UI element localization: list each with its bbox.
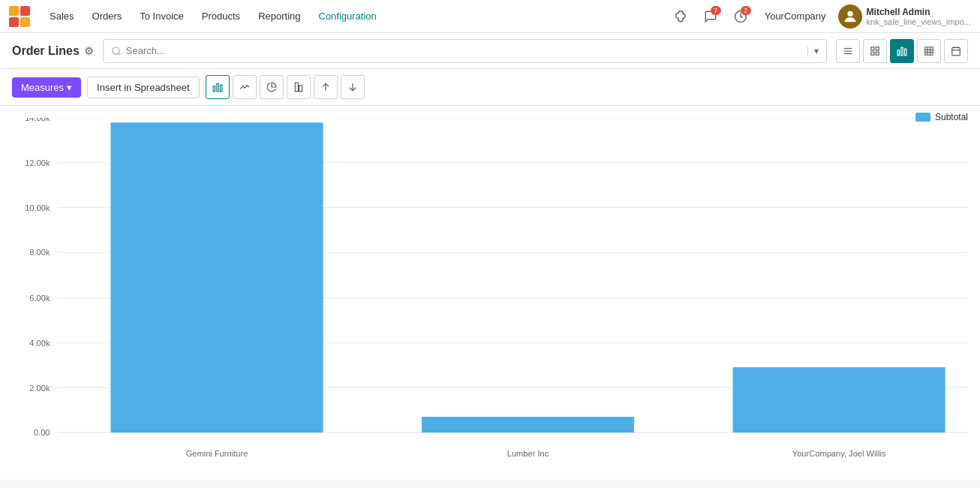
nav-reporting[interactable]: Reporting [251, 6, 308, 26]
user-name: Mitchell Admin [867, 7, 971, 17]
search-input[interactable] [126, 45, 803, 56]
legend-label: Subtotal [935, 112, 968, 122]
measures-label: Measures [21, 82, 64, 93]
svg-text:8.00k: 8.00k [29, 248, 50, 257]
nav-right: 7 2 YourCompany Mitchell Admin knk_sale_… [669, 5, 971, 29]
toolbar: Measures ▾ Insert in Spreadsheet [0, 69, 980, 106]
nav-configuration[interactable]: Configuration [311, 6, 384, 26]
bar-yourcompany[interactable] [733, 367, 945, 432]
svg-rect-23 [952, 47, 960, 56]
legend-color-box [915, 113, 930, 122]
svg-rect-16 [901, 47, 903, 56]
view-controls [836, 39, 968, 63]
svg-rect-31 [299, 86, 302, 92]
user-menu[interactable]: Mitchell Admin knk_sale_line_views_impo.… [838, 5, 971, 29]
measures-chevron: ▾ [67, 82, 72, 93]
svg-line-7 [119, 53, 121, 55]
messages-icon-btn[interactable]: 7 [699, 5, 723, 29]
chart-type-buttons [206, 75, 365, 99]
messages-badge: 7 [711, 6, 721, 15]
pie-chart-btn[interactable] [260, 75, 284, 99]
svg-text:14.00k: 14.00k [25, 118, 50, 122]
svg-rect-14 [876, 52, 879, 55]
bar-gemini[interactable] [110, 122, 323, 432]
app-logo[interactable] [9, 6, 30, 27]
page-title-text: Order Lines [12, 44, 80, 58]
search-bar[interactable]: ▾ [103, 39, 827, 63]
activity-icon-btn[interactable]: 2 [729, 5, 753, 29]
nav-sales[interactable]: Sales [42, 6, 82, 26]
user-info: Mitchell Admin knk_sale_line_views_impo.… [867, 7, 971, 26]
svg-rect-0 [9, 6, 19, 16]
nav-products[interactable]: Products [194, 6, 248, 26]
insert-spreadsheet-button[interactable]: Insert in Spreadsheet [87, 77, 200, 98]
activity-badge: 2 [741, 6, 751, 15]
measures-button[interactable]: Measures ▾ [12, 77, 81, 98]
chart-view-btn[interactable] [890, 39, 914, 63]
svg-text:4.00k: 4.00k [29, 339, 50, 348]
avatar [838, 5, 862, 29]
svg-text:6.00k: 6.00k [29, 294, 50, 303]
line-chart-btn[interactable] [233, 75, 257, 99]
svg-rect-18 [925, 47, 933, 55]
bar-chart-btn[interactable] [206, 75, 230, 99]
svg-text:2.00k: 2.00k [29, 383, 50, 392]
nav-to-invoice[interactable]: To Invoice [132, 6, 191, 26]
svg-point-6 [113, 47, 119, 53]
sub-header: Order Lines ⚙ ▾ [0, 33, 980, 69]
svg-rect-29 [220, 85, 221, 92]
svg-text:Lumber Inc: Lumber Inc [507, 448, 549, 457]
sort-asc-btn[interactable] [314, 75, 338, 99]
list-view-btn[interactable] [836, 39, 860, 63]
svg-point-5 [847, 11, 852, 16]
settings-icon[interactable]: ⚙ [84, 45, 94, 57]
svg-text:Gemini Furniture: Gemini Furniture [186, 448, 248, 457]
chart-legend: Subtotal [915, 112, 968, 122]
svg-rect-1 [20, 6, 30, 16]
nav-orders[interactable]: Orders [85, 6, 130, 26]
svg-rect-28 [216, 83, 218, 92]
kanban-view-btn[interactable] [863, 39, 887, 63]
sort-desc-btn[interactable] [341, 75, 365, 99]
bar-lumber[interactable] [422, 417, 634, 432]
svg-rect-27 [213, 86, 215, 92]
top-nav: Sales Orders To Invoice Products Reporti… [0, 0, 980, 33]
svg-rect-15 [897, 50, 899, 55]
page-title-container: Order Lines ⚙ [12, 44, 94, 58]
svg-rect-2 [9, 17, 19, 27]
search-dropdown-btn[interactable]: ▾ [807, 46, 819, 56]
svg-rect-3 [20, 17, 30, 27]
svg-rect-13 [871, 52, 874, 55]
search-icon [111, 46, 122, 56]
table-view-btn[interactable] [917, 39, 941, 63]
svg-text:0.00: 0.00 [34, 428, 50, 437]
svg-rect-11 [871, 47, 874, 50]
svg-text:12.00k: 12.00k [25, 158, 50, 167]
nav-items: Sales Orders To Invoice Products Reporti… [42, 6, 669, 26]
bug-icon-btn[interactable] [669, 5, 693, 29]
svg-rect-30 [295, 83, 298, 92]
company-selector[interactable]: YourCompany [759, 11, 832, 22]
chart-area: Subtotal 0.00 2.00k 4.00k 6.00k 8.00k 10… [0, 106, 980, 480]
user-sub: knk_sale_line_views_impo... [867, 17, 971, 26]
svg-rect-12 [876, 47, 879, 50]
stacked-bar-btn[interactable] [287, 75, 311, 99]
calendar-view-btn[interactable] [944, 39, 968, 63]
svg-text:YourCompany, Joel Willis: YourCompany, Joel Willis [792, 448, 886, 457]
svg-rect-17 [905, 49, 906, 56]
chart-svg: 0.00 2.00k 4.00k 6.00k 8.00k 10.00k 12.0… [12, 118, 968, 480]
svg-text:10.00k: 10.00k [25, 203, 50, 212]
